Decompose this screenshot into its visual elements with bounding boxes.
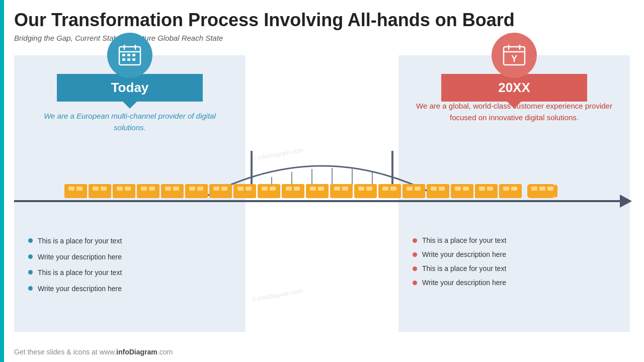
bullet-dot: [28, 238, 33, 243]
left-bullets-list: This is a place for your textWrite your …: [28, 236, 235, 294]
list-item: Write your description here: [413, 250, 620, 258]
svg-rect-72: [342, 187, 348, 191]
svg-rect-35: [185, 184, 208, 198]
right-bullets-panel: This is a place for your textWrite your …: [398, 226, 630, 332]
svg-rect-62: [221, 187, 227, 191]
svg-rect-57: [165, 187, 171, 191]
svg-rect-41: [330, 184, 353, 198]
svg-rect-61: [213, 187, 219, 191]
svg-rect-44: [403, 184, 425, 198]
svg-rect-89: [547, 187, 553, 191]
svg-rect-39: [282, 184, 304, 198]
svg-rect-66: [270, 187, 276, 191]
list-item: Write your description here: [28, 284, 235, 294]
svg-rect-51: [93, 187, 99, 191]
svg-rect-38: [258, 184, 280, 198]
svg-rect-65: [262, 187, 268, 191]
svg-rect-50: [76, 187, 83, 191]
svg-rect-64: [246, 187, 252, 191]
svg-rect-86: [511, 187, 517, 191]
list-item: This is a place for your text: [28, 236, 235, 246]
svg-rect-9: [132, 58, 135, 61]
watermark-4: © infoDiagram.com: [252, 287, 304, 303]
bullet-dot: [28, 254, 33, 259]
list-item: Write your description here: [28, 252, 235, 262]
svg-rect-31: [89, 184, 111, 198]
svg-rect-85: [503, 187, 509, 191]
bullet-text: This is a place for your text: [38, 236, 122, 246]
svg-rect-6: [132, 54, 135, 56]
left-description: We are a European multi-channel provider…: [14, 111, 246, 133]
footer: Get these slides & icons at www.infoDiag…: [14, 348, 630, 356]
future-badge-circle: Y: [492, 33, 537, 78]
svg-rect-69: [310, 187, 316, 191]
bullet-dot: [413, 238, 417, 243]
bullet-dot: [28, 286, 33, 291]
svg-rect-52: [101, 187, 107, 191]
footer-brand: infoDiagram: [116, 348, 157, 356]
bullet-text: This is a place for your text: [422, 264, 506, 273]
svg-rect-4: [122, 54, 125, 56]
bullet-dot: [413, 252, 417, 257]
bullet-text: This is a place for your text: [38, 268, 122, 278]
svg-rect-76: [390, 187, 396, 191]
svg-rect-75: [382, 187, 388, 191]
svg-rect-84: [487, 187, 493, 191]
list-item: This is a place for your text: [413, 264, 620, 273]
svg-rect-58: [173, 187, 179, 191]
footer-text-after: .com: [157, 348, 173, 356]
left-accent-bar: [0, 0, 4, 362]
svg-text:Y: Y: [511, 54, 517, 64]
svg-rect-34: [161, 184, 184, 198]
svg-rect-37: [233, 184, 256, 198]
svg-rect-71: [334, 187, 340, 191]
svg-rect-80: [439, 187, 445, 191]
svg-rect-30: [64, 184, 87, 198]
svg-rect-36: [209, 184, 232, 198]
future-badge-rect: 20XX: [441, 74, 587, 102]
svg-rect-45: [427, 184, 449, 198]
svg-rect-7: [122, 58, 125, 61]
svg-rect-73: [358, 187, 364, 191]
svg-rect-42: [354, 184, 377, 198]
future-label: 20XX: [498, 80, 530, 96]
svg-rect-60: [197, 187, 203, 191]
svg-rect-81: [455, 187, 461, 191]
right-bullets-list: This is a place for your textWrite your …: [413, 236, 620, 287]
bullet-text: Write your description here: [38, 284, 122, 294]
today-label: Today: [111, 80, 149, 96]
svg-rect-55: [141, 187, 147, 191]
left-bullets-panel: This is a place for your textWrite your …: [14, 226, 246, 332]
today-badge-container: Today: [57, 33, 203, 102]
svg-rect-47: [475, 184, 498, 198]
future-badge-container: Y 20XX: [441, 33, 587, 102]
svg-rect-87: [531, 187, 537, 191]
svg-rect-8: [127, 58, 130, 61]
svg-rect-48: [499, 184, 522, 198]
timeline-section: [14, 146, 630, 226]
bullet-dot: [413, 266, 417, 271]
svg-rect-27: [527, 184, 555, 198]
svg-rect-43: [378, 184, 401, 198]
svg-rect-5: [127, 54, 130, 56]
footer-text-before: Get these slides & icons at www.: [14, 348, 116, 356]
svg-rect-56: [149, 187, 155, 191]
bullet-dot: [413, 281, 417, 285]
svg-rect-40: [306, 184, 329, 198]
bullet-dot: [28, 270, 33, 275]
svg-rect-63: [237, 187, 244, 191]
list-item: This is a place for your text: [413, 236, 620, 244]
calendar-icon-right: Y: [501, 42, 528, 69]
svg-rect-83: [479, 187, 485, 191]
bullet-text: Write your description here: [422, 279, 506, 287]
svg-rect-68: [294, 187, 300, 191]
today-badge-circle: [107, 33, 152, 78]
list-item: Write your description here: [413, 279, 620, 287]
svg-marker-28: [555, 184, 557, 198]
page-title: Our Transformation Process Involving All…: [14, 9, 630, 31]
bullet-text: Write your description here: [422, 250, 506, 258]
calendar-icon-left: [116, 42, 143, 69]
bullet-text: This is a place for your text: [422, 236, 506, 244]
list-item: This is a place for your text: [28, 268, 235, 278]
svg-rect-78: [415, 187, 421, 191]
